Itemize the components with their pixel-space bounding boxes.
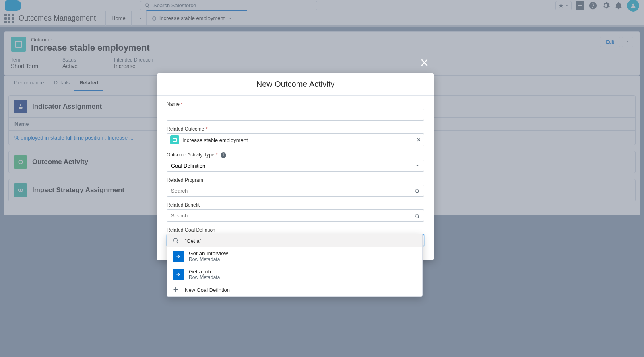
listbox-new-goal-definition[interactable]: + New Goal Defintion (167, 283, 422, 296)
listbox-option-get-an-interview[interactable]: Get an interview Row Metadata (167, 247, 422, 265)
related-goal-label: Related Goal Defintion (167, 227, 424, 233)
goal-definition-listbox: "Get a" Get an interview Row Metadata Ge… (167, 234, 423, 297)
search-icon (173, 238, 179, 244)
new-goal-label: New Goal Defintion (185, 287, 230, 293)
field-related-program: Related Program (167, 177, 424, 197)
plus-icon: + (173, 287, 179, 293)
listbox-query-text: "Get a" (185, 238, 201, 244)
goal-icon (173, 251, 184, 262)
related-outcome-lookup[interactable]: Increase stable employment × (167, 133, 424, 146)
field-related-benefit: Related Benefit (167, 202, 424, 222)
modal-title: New Outcome Activity (157, 73, 434, 96)
field-activity-type: Outcome Activity Type * i Goal Definitio… (167, 152, 424, 172)
related-benefit-input[interactable] (167, 209, 424, 222)
clear-icon[interactable]: × (417, 136, 421, 144)
new-outcome-activity-modal: New Outcome Activity Name * Related Outc… (157, 73, 434, 260)
option2-sub: Row Metadata (189, 275, 220, 280)
listbox-search-query-item[interactable]: "Get a" (167, 234, 422, 247)
option1-name: Get an interview (189, 250, 228, 256)
goal-icon (173, 269, 184, 280)
activity-type-select[interactable]: Goal Definition (167, 160, 424, 172)
activity-type-label: Outcome Activity Type * i (167, 152, 424, 158)
info-icon[interactable]: i (221, 152, 226, 158)
related-program-label: Related Program (167, 177, 424, 183)
related-outcome-value: Increase stable employment (182, 137, 248, 143)
name-input[interactable] (167, 109, 424, 121)
outcome-icon (170, 135, 179, 144)
field-related-outcome: Related Outcome * Increase stable employ… (167, 126, 424, 146)
option1-sub: Row Metadata (189, 256, 228, 262)
option2-name: Get a job (189, 269, 220, 275)
related-benefit-label: Related Benefit (167, 202, 424, 208)
activity-type-value: Goal Definition (171, 163, 205, 169)
listbox-option-get-a-job[interactable]: Get a job Row Metadata (167, 265, 422, 283)
name-label: Name * (167, 101, 424, 107)
search-icon (415, 213, 420, 219)
modal-close-button[interactable]: × (420, 55, 429, 70)
related-outcome-label: Related Outcome * (167, 126, 424, 132)
search-icon (415, 189, 420, 194)
field-name: Name * (167, 101, 424, 121)
chevron-down-icon (415, 163, 420, 168)
related-program-input[interactable] (167, 185, 424, 197)
